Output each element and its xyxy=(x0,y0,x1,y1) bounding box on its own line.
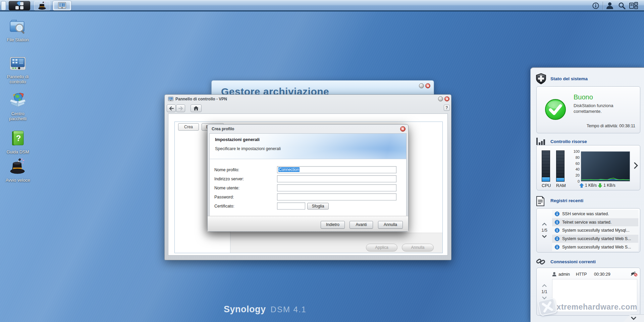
create-button[interactable]: Crea xyxy=(178,123,199,131)
control-panel-task-button[interactable] xyxy=(53,1,71,10)
svg-text:?: ? xyxy=(16,134,21,143)
browse-button[interactable]: Sfoglia xyxy=(307,203,329,210)
close-icon[interactable] xyxy=(444,96,449,101)
chevron-down-icon[interactable] xyxy=(542,296,547,300)
user-icon xyxy=(552,272,556,277)
connection-duration: 00:30:29 xyxy=(594,272,618,277)
connection-user: admin xyxy=(558,272,576,277)
server-address-input[interactable] xyxy=(277,175,396,182)
desktop-icon-dsm-help[interactable]: ? Guida DSM xyxy=(2,130,33,154)
connection-protocol: HTTP xyxy=(576,272,594,277)
close-icon[interactable] xyxy=(400,126,406,132)
y-tick: 60 xyxy=(569,162,580,168)
help-button[interactable]: ? xyxy=(444,105,450,111)
info-icon xyxy=(555,212,559,216)
magic-hat-icon xyxy=(2,158,33,176)
dialog-cancel-button[interactable]: Annulla xyxy=(378,221,403,229)
desktop-icon-file-station[interactable]: File Station xyxy=(2,19,33,42)
cancel-button[interactable]: Annulla xyxy=(402,244,434,251)
ram-label: RAM xyxy=(556,183,565,188)
search-icon[interactable] xyxy=(618,2,626,10)
connections-pager: 1/1 xyxy=(537,268,552,315)
user-icon[interactable] xyxy=(605,2,614,10)
disconnect-icon[interactable] xyxy=(631,271,637,277)
file-station-icon xyxy=(2,19,33,36)
control-panel-icon xyxy=(2,56,33,73)
connection-row[interactable]: admin HTTP 00:30:29 xyxy=(552,271,637,278)
password-input[interactable] xyxy=(277,193,396,200)
main-menu-button[interactable] xyxy=(9,1,30,10)
desktop-icon-quick-start[interactable]: Avvio veloce xyxy=(2,158,33,183)
download-rate: 1 KB/s xyxy=(603,183,615,188)
log-row[interactable]: System successfully started Web S... xyxy=(552,243,638,251)
next-step-button[interactable]: Avanti xyxy=(350,221,373,229)
chevron-up-icon[interactable] xyxy=(542,284,547,287)
desktop-icon-label: Pannello di controllo xyxy=(2,74,33,84)
log-row[interactable]: System successfully started Web S... xyxy=(552,235,638,243)
password-label: Password: xyxy=(214,193,275,201)
info-icon[interactable] xyxy=(591,2,600,10)
chevron-up-icon[interactable] xyxy=(542,223,547,226)
desktop-icon-label: Guida DSM xyxy=(2,149,33,154)
storage-manager-title: Gestore archiviazione xyxy=(221,86,329,95)
apply-button[interactable]: Applica xyxy=(366,244,397,251)
cpu-label: CPU xyxy=(542,183,550,188)
log-row[interactable]: System successfully started Mysql... xyxy=(552,226,638,235)
y-tick: 40 xyxy=(569,167,580,173)
dialog-titlebar[interactable]: Crea profilo xyxy=(208,125,408,133)
status-ok-icon xyxy=(545,99,566,122)
desktop-icon-package-center[interactable]: Centro pacchetti xyxy=(2,92,33,121)
taskbar xyxy=(0,0,644,11)
network-traffic-chart xyxy=(581,151,630,181)
y-tick: 20 xyxy=(569,173,580,179)
dialog-subheading: Specificare le impostazioni generali xyxy=(215,146,281,151)
username-label: Nome utente: xyxy=(214,184,275,192)
dialog-header-band: Impostazioni generali Specificare le imp… xyxy=(210,134,406,159)
chevron-down-icon[interactable] xyxy=(542,235,547,238)
show-desktop-button[interactable] xyxy=(1,1,6,10)
control-panel-mini-icon xyxy=(57,2,67,10)
dsm-help-icon: ? xyxy=(2,130,33,148)
log-row[interactable]: SSH service was started. xyxy=(552,210,638,218)
log-row[interactable]: Telnet service was started. xyxy=(552,218,638,227)
certificate-input[interactable] xyxy=(277,202,305,210)
certificate-label: Certificato: xyxy=(214,202,275,210)
username-input[interactable] xyxy=(277,184,396,191)
connections-header: Connessioni correnti xyxy=(550,259,596,264)
desktop-icon-label: Centro pacchetti xyxy=(2,111,33,121)
home-button[interactable] xyxy=(191,104,202,112)
logs-page-indicator: 1/5 xyxy=(541,228,547,233)
minimize-button[interactable] xyxy=(438,96,443,101)
download-series-line xyxy=(581,178,630,180)
connections-card: 1/1 admin HTTP 00:30:29 xyxy=(536,268,640,316)
resources-card: CPU RAM 100 80 60 40 20 0 1 KB/s 1 K xyxy=(536,145,640,190)
desktop-icon-label: File Station xyxy=(2,37,33,42)
pilot-view-icon[interactable] xyxy=(629,2,638,10)
upload-arrow-icon xyxy=(580,183,584,188)
desktop: SynologyDSM 4.1 File Station xyxy=(0,0,644,322)
quick-launch-button[interactable] xyxy=(34,1,50,10)
log-message: System successfully started Mysql... xyxy=(562,228,630,233)
log-list: SSH service was started. Telnet service … xyxy=(552,210,638,251)
control-panel-mini-icon xyxy=(168,96,173,103)
profile-name-input[interactable]: Connection xyxy=(277,166,396,173)
selected-text: Connection xyxy=(278,167,300,172)
traffic-legend: 1 KB/s 1 KB/s xyxy=(580,183,615,188)
y-tick: 100 xyxy=(569,149,580,155)
system-status-card: Buono DiskStation funziona correttamente… xyxy=(536,86,640,133)
main-menu-icon xyxy=(14,1,24,10)
minimize-button[interactable] xyxy=(419,83,424,88)
storage-manager-window[interactable]: Gestore archiviazione xyxy=(211,80,434,95)
link-chain-icon xyxy=(536,257,546,268)
back-step-button[interactable]: Indietro xyxy=(321,221,345,229)
download-arrow-icon xyxy=(598,183,602,188)
forward-button[interactable] xyxy=(176,104,185,112)
close-icon[interactable] xyxy=(425,83,430,88)
status-value: Buono xyxy=(574,93,593,101)
back-button[interactable] xyxy=(167,104,176,112)
vpn-titlebar[interactable]: Pannello di controllo - VPN xyxy=(165,95,451,103)
recent-logs-card: 1/5 SSH service was started. Telnet serv… xyxy=(536,208,640,252)
desktop-icon-control-panel[interactable]: Pannello di controllo xyxy=(2,56,33,84)
chevron-right-icon[interactable] xyxy=(634,162,638,170)
log-message: Telnet service was started. xyxy=(562,220,611,225)
